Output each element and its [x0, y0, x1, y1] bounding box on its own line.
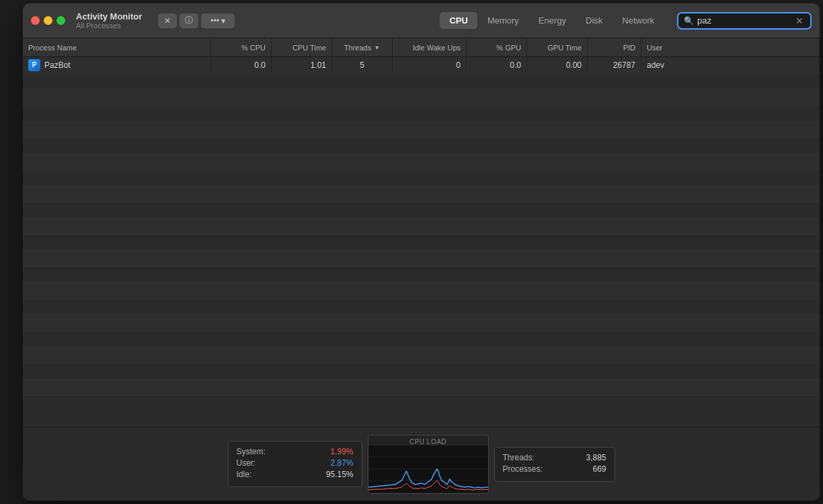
info-button[interactable]: ⓘ	[180, 13, 198, 28]
close-process-button[interactable]: ✕	[158, 13, 177, 28]
table-row-empty	[23, 315, 820, 331]
table-row-empty	[23, 299, 820, 315]
idle-label: Idle:	[237, 470, 252, 479]
sort-arrow-icon: ▼	[374, 44, 380, 51]
tab-memory[interactable]: Memory	[478, 12, 528, 29]
cpu-cell: 0.0	[211, 57, 272, 73]
col-header-gpu[interactable]: % GPU	[467, 38, 527, 56]
col-header-pid[interactable]: PID	[588, 38, 641, 56]
processes-stat-row: Processes: 669	[503, 464, 606, 474]
cputime-cell: 1.01	[272, 57, 332, 73]
app-title: Activity Monitor	[76, 11, 142, 22]
threads-cell: 5	[332, 57, 393, 73]
col-header-process[interactable]: Process Name	[23, 38, 211, 56]
table-row[interactable]: P PazBot 0.0 1.01 5 0 0.0	[23, 57, 820, 73]
search-input[interactable]	[697, 15, 794, 26]
idle-value: 95.15%	[326, 470, 354, 479]
titlebar-controls: ✕ ⓘ ••• ▾	[158, 13, 235, 28]
app-subtitle: All Processes	[76, 22, 142, 30]
cpu-load-chart	[368, 446, 488, 493]
tab-disk[interactable]: Disk	[576, 12, 612, 29]
table-row-empty	[23, 235, 820, 251]
titlebar: Activity Monitor All Processes ✕ ⓘ ••• ▾…	[23, 3, 820, 38]
table-row-empty	[23, 364, 820, 380]
process-cell: P PazBot	[23, 57, 211, 73]
bottom-panel: System: 1.99% User: 2.87% Idle: 95.15% C…	[23, 427, 820, 501]
col-header-idle[interactable]: Idle Wake Ups	[393, 38, 467, 56]
close-button[interactable]	[31, 16, 40, 25]
threads-label: Threads:	[503, 453, 535, 462]
cpu-chart-box: CPU LOAD	[368, 435, 489, 494]
app-info: Activity Monitor All Processes	[76, 11, 142, 30]
col-header-user[interactable]: User	[641, 38, 820, 56]
processes-value: 669	[592, 464, 606, 474]
table-row-empty	[23, 267, 820, 283]
table-row-empty	[23, 347, 820, 364]
col-header-cpu[interactable]: % CPU	[211, 38, 272, 56]
table-row-empty	[23, 122, 820, 138]
user-stat-row: User: 2.87%	[237, 458, 354, 468]
minimize-button[interactable]	[44, 16, 52, 25]
process-icon: P	[28, 59, 40, 71]
user-value: 2.87%	[330, 458, 353, 468]
col-header-threads[interactable]: Threads ▼	[332, 38, 393, 56]
table-row-empty	[23, 186, 820, 202]
table-row-empty	[23, 138, 820, 154]
chart-title: CPU LOAD	[368, 435, 488, 446]
threads-box: Threads: 3,885 Processes: 669	[494, 447, 615, 482]
table-row-empty	[23, 331, 820, 347]
table-container: Process Name % CPU CPU Time Threads ▼ Id…	[23, 38, 820, 427]
maximize-button[interactable]	[56, 16, 65, 25]
activity-monitor-window: Activity Monitor All Processes ✕ ⓘ ••• ▾…	[23, 3, 820, 501]
system-label: System:	[237, 447, 266, 456]
table-row-empty	[23, 380, 820, 396]
idle-cell: 0	[393, 57, 467, 73]
gpu-cell: 0.0	[467, 57, 527, 73]
table-row-empty	[23, 218, 820, 235]
table-row-empty	[23, 170, 820, 186]
gputime-cell: 0.00	[527, 57, 588, 73]
threads-value: 3,885	[586, 453, 606, 462]
table-row-empty	[23, 106, 820, 122]
table-row-empty	[23, 89, 820, 106]
pid-cell: 26787	[588, 57, 641, 73]
user-label: User:	[237, 458, 256, 468]
table-row-empty	[23, 202, 820, 218]
cpu-stats-box: System: 1.99% User: 2.87% Idle: 95.15%	[228, 441, 362, 487]
processes-label: Processes:	[503, 464, 543, 474]
col-header-gputime[interactable]: GPU Time	[527, 38, 588, 56]
table-header: Process Name % CPU CPU Time Threads ▼ Id…	[23, 38, 820, 57]
tab-cpu[interactable]: CPU	[440, 12, 477, 29]
table-body: P PazBot 0.0 1.01 5 0 0.0	[23, 57, 820, 427]
system-value: 1.99%	[330, 447, 353, 456]
more-button[interactable]: ••• ▾	[201, 13, 235, 28]
user-cell: adev	[641, 57, 820, 73]
traffic-lights	[31, 16, 65, 25]
table-row-empty	[23, 154, 820, 170]
col-header-cputime[interactable]: CPU Time	[272, 38, 332, 56]
tab-energy[interactable]: Energy	[529, 12, 576, 29]
search-clear-button[interactable]: ✕	[794, 15, 805, 26]
system-stat-row: System: 1.99%	[237, 447, 354, 456]
search-container: 🔍 ✕	[677, 12, 812, 30]
idle-stat-row: Idle: 95.15%	[237, 470, 354, 479]
search-icon: 🔍	[684, 16, 694, 26]
tab-network[interactable]: Network	[613, 12, 664, 29]
nav-tabs: CPU Memory Energy Disk Network	[440, 12, 664, 29]
table-row-empty	[23, 283, 820, 299]
table-row-empty	[23, 73, 820, 89]
threads-stat-row: Threads: 3,885	[503, 453, 606, 462]
table-row-empty	[23, 251, 820, 267]
